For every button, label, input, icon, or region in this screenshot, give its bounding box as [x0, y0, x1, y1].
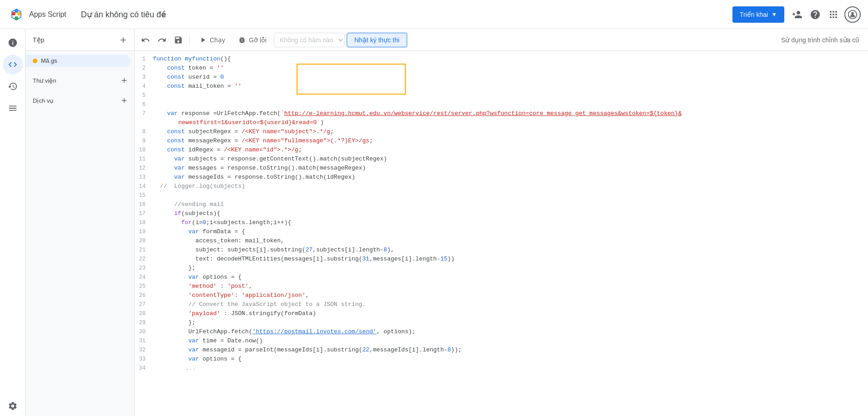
code-line-16: 16 //sending mail: [135, 200, 868, 209]
help-icon: [810, 9, 821, 20]
svg-point-4: [15, 9, 18, 13]
sidebar-settings-button[interactable]: [3, 396, 23, 416]
deploy-chevron-icon: ▼: [772, 11, 777, 18]
add-service-icon: [120, 96, 128, 105]
add-library-icon: [120, 76, 128, 85]
code-line-3: 3 const userid = 0: [135, 73, 868, 82]
svg-point-0: [7, 5, 25, 24]
code-line-31: 31 var time = Date.now(): [135, 336, 868, 346]
file-modified-dot: [33, 59, 37, 63]
code-line-13: 13 var messageIds = response.toString().…: [135, 173, 868, 182]
help-button[interactable]: [806, 5, 824, 24]
undo-button[interactable]: [138, 33, 153, 47]
code-line-28: 28 'payload' : JSON.stringify(formData): [135, 309, 868, 318]
add-file-button[interactable]: [116, 33, 131, 47]
editor-panel: Chạy Gỡ lỗi Không có hàm nào Nhật ký thự…: [135, 29, 868, 416]
file-item-ma-gs[interactable]: Mã.gs: [25, 55, 131, 67]
code-line-15: 15: [135, 191, 868, 200]
add-user-button[interactable]: [788, 5, 806, 24]
run-label: Chạy: [210, 36, 225, 44]
trigger-icon: [8, 103, 18, 113]
file-section-title: Tệp: [29, 36, 44, 44]
history-icon: [8, 81, 18, 91]
code-line-32: 32 var messageid = parseInt(messageIds[i…: [135, 346, 868, 355]
code-line-8: 8 const subjectRegex = /<KEY name="subje…: [135, 127, 868, 136]
deploy-label: Triển khai: [740, 11, 768, 18]
code-line-12: 12 var messages = response.toString().ma…: [135, 164, 868, 173]
editor-toolbar: Chạy Gỡ lỗi Không có hàm nào Nhật ký thự…: [135, 29, 868, 51]
file-list: Mã.gs: [25, 51, 134, 70]
code-line-2: 2 const token = '': [135, 64, 868, 73]
undo-icon: [141, 35, 150, 45]
code-line-19: 19 var formData = {: [135, 227, 868, 236]
code-line-25: 25 'method' : 'post',: [135, 282, 868, 291]
sidebar-info-button[interactable]: [3, 33, 23, 53]
sidebar-code-button[interactable]: [3, 55, 23, 75]
run-button[interactable]: Chạy: [193, 33, 231, 47]
service-section[interactable]: Dịch vụ: [25, 90, 134, 110]
library-label: Thư viện: [33, 77, 118, 84]
grid-button[interactable]: [824, 5, 843, 24]
code-line-34: 34 ...: [135, 364, 868, 373]
code-line-30: 30 UrlFetchApp.fetch('https://postmail.i…: [135, 327, 868, 336]
code-line-9: 9 const messageRegex = /<KEY name="fullm…: [135, 136, 868, 145]
sidebar-history-button[interactable]: [3, 76, 23, 96]
sidebar-icons: [0, 29, 25, 416]
code-line-6: 6: [135, 100, 868, 109]
toolbar-separator: [189, 35, 190, 45]
function-selector[interactable]: Không có hàm nào: [274, 33, 345, 47]
code-line-33: 33 var options = {: [135, 355, 868, 364]
code-line-5: 5: [135, 91, 868, 100]
code-editor[interactable]: 1 function myfunction(){ 2 const token =…: [135, 51, 868, 416]
code-line-14: 14 // Logger.log(subjects): [135, 182, 868, 191]
code-line-27: 27 // Convert the JavaScript object to a…: [135, 300, 868, 309]
debug-button[interactable]: Gỡ lỗi: [232, 33, 272, 47]
redo-button[interactable]: [155, 33, 169, 47]
code-line-11: 11 var subjects = response.getContentTex…: [135, 155, 868, 164]
code-line-18: 18 for(i=0;i<subjects.length;i++){: [135, 218, 868, 227]
avatar-button[interactable]: [844, 6, 861, 23]
code-line-23: 23 };: [135, 264, 868, 273]
add-library-button[interactable]: [118, 74, 131, 87]
code-icon: [8, 60, 18, 70]
redo-icon: [157, 35, 167, 45]
svg-point-3: [15, 16, 18, 20]
save-icon: [174, 35, 183, 45]
settings-icon: [8, 401, 18, 411]
grid-icon: [828, 9, 839, 20]
code-line-22: 22 text: decodeHTMLEntities(messages[i].…: [135, 255, 868, 264]
svg-point-2: [17, 12, 21, 15]
run-icon: [199, 36, 207, 44]
logo: Apps Script: [7, 5, 66, 24]
avatar-icon: [848, 10, 858, 20]
code-line-7: 7 var response =UrlFetchApp.fetch(`http:…: [135, 109, 868, 127]
app-name-label: Apps Script: [29, 10, 66, 19]
exec-log-button[interactable]: Nhật ký thực thi: [347, 33, 407, 47]
code-line-17: 17 if(subjects){: [135, 209, 868, 218]
left-panel: Tệp Mã.gs Thư viện Dịch vụ: [25, 29, 135, 416]
library-section[interactable]: Thư viện: [25, 70, 134, 90]
code-line-21: 21 subject: subjects[i].substring(27,sub…: [135, 246, 868, 255]
code-line-26: 26 'contentType': 'application/json',: [135, 291, 868, 300]
project-title: Dự án không có tiêu đề: [81, 10, 166, 20]
code-line-20: 20 access_token: mail_token,: [135, 236, 868, 246]
main-area: Tệp Mã.gs Thư viện Dịch vụ: [0, 29, 868, 416]
apps-script-logo-icon: [7, 5, 25, 24]
code-line-1: 1 function myfunction(){: [135, 55, 868, 64]
file-name: Mã.gs: [41, 57, 57, 64]
topbar: Apps Script Dự án không có tiêu đề Triển…: [0, 0, 868, 29]
info-icon: [8, 38, 18, 48]
exec-log-label: Nhật ký thực thi: [354, 36, 399, 44]
code-line-10: 10 const idRegex = /<KEY name="id">.*>/g…: [135, 145, 868, 155]
service-label: Dịch vụ: [33, 97, 118, 104]
use-old-editor-button[interactable]: Sử dụng trình chỉnh sửa cũ: [776, 33, 864, 47]
deploy-button[interactable]: Triển khai ▼: [732, 6, 784, 23]
code-line-24: 24 var options = {: [135, 273, 868, 282]
svg-point-1: [12, 12, 15, 15]
use-old-editor-label: Sử dụng trình chỉnh sửa cũ: [781, 36, 859, 44]
sidebar-trigger-button[interactable]: [3, 98, 23, 118]
add-file-icon: [119, 35, 128, 45]
save-button[interactable]: [171, 33, 186, 47]
code-line-4: 4 const mail_token = '': [135, 82, 868, 91]
add-service-button[interactable]: [118, 94, 131, 107]
